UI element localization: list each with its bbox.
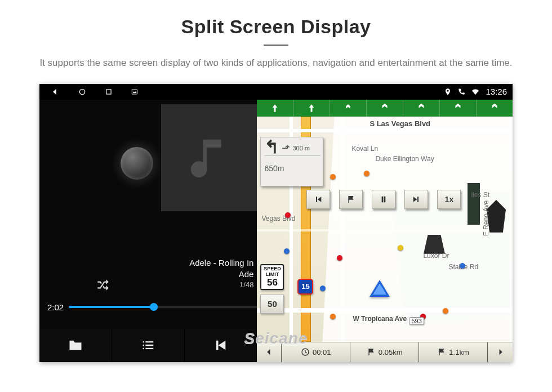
flag-icon [367,348,376,357]
speed-limit-sign: SPEED LIMIT 56 [260,264,284,290]
track-artist: Ade [189,269,253,280]
nav-partial-distance-cell: 0.05km [350,342,419,362]
track-info: Adele - Rolling In Ade 1/48 [189,257,253,290]
page-subtitle: It supports the same screen display of t… [31,56,521,70]
nav-bottom-bar: 00:01 0.05km 1.1km [257,342,513,362]
elapsed-time: 2:02 [47,302,64,312]
status-bar: 13:26 [39,84,513,100]
sim-flag-button[interactable] [339,190,363,209]
svg-rect-1 [106,90,111,94]
playlist-button[interactable] [112,328,185,362]
track-title: Adele - Rolling In [189,257,253,269]
street-label: W Tropicana Ave [353,315,407,323]
folder-button[interactable] [39,328,112,362]
music-note-icon [185,133,233,182]
poi-pin[interactable] [284,248,290,254]
turn-instruction-box: ↰ ⬏ 300 m 650m [260,137,323,186]
back-icon[interactable] [51,87,60,96]
sim-speed-button[interactable]: 1x [437,190,461,209]
current-position-arrow [370,280,390,297]
street-label: E Reno Ave [482,200,490,235]
recent-apps-icon[interactable] [105,88,113,96]
sim-prev-button[interactable] [306,190,330,209]
gallery-icon[interactable] [131,88,139,96]
previous-button[interactable] [185,328,257,362]
device-screen: 13:26 Adele - Rolling In Ade 1/48 2:02 [39,84,513,362]
street-label: iles St [471,191,489,199]
music-player-pane: Adele - Rolling In Ade 1/48 2:02 [39,100,257,362]
speed-limit-label: SPEED LIMIT [264,266,281,277]
page-title: Split Screen Display [0,16,552,38]
street-label: Luxor Dr [423,252,449,260]
flag-icon [437,348,446,357]
location-icon [444,88,452,96]
building-icon [468,183,480,225]
shuffle-button[interactable] [96,278,110,296]
zoom-scale-chip[interactable]: 50 [260,295,284,314]
highway-shield: 15 [297,279,313,295]
svg-rect-2 [132,90,137,94]
speed-limit-value: 56 [261,278,283,288]
map[interactable]: S Las Vegas Blvd Koval Ln Duke Ellington… [257,117,513,342]
address-chip: 593 [409,317,424,325]
record-button[interactable] [118,145,155,182]
svg-marker-3 [133,91,137,93]
street-label: Duke Ellington Way [375,155,434,163]
phone-icon [457,88,465,96]
player-bottom-controls [39,328,257,362]
nav-eta-cell: 00:01 [282,342,350,362]
wifi-icon [471,87,480,96]
navigation-pane: S Las Vegas Blvd Koval Ln Duke Ellington… [257,100,513,362]
nav-total-distance-cell: 1.1km [419,342,488,362]
svg-point-0 [79,89,84,94]
home-icon[interactable] [78,87,87,96]
lane-guidance-bar [257,100,513,117]
track-index: 1/48 [189,280,253,290]
status-clock: 13:26 [486,87,507,96]
sim-pause-button[interactable] [372,190,395,209]
nav-collapse-left-button[interactable] [257,342,282,362]
album-art [161,104,257,211]
clock-icon [301,348,310,357]
nav-collapse-right-button[interactable] [488,342,513,362]
title-divider [264,44,288,46]
sim-controls: 1x [306,190,461,209]
progress-bar[interactable] [69,306,257,308]
progress-thumb[interactable] [150,303,158,311]
street-label: Koval Ln [351,145,378,153]
secondary-turn-distance: 300 m [292,145,310,152]
turn-distance: 650m [264,164,320,173]
sim-next-button[interactable] [404,190,428,209]
progress-row: 2:02 [47,302,257,312]
street-label: S Las Vegas Blvd [370,119,430,128]
